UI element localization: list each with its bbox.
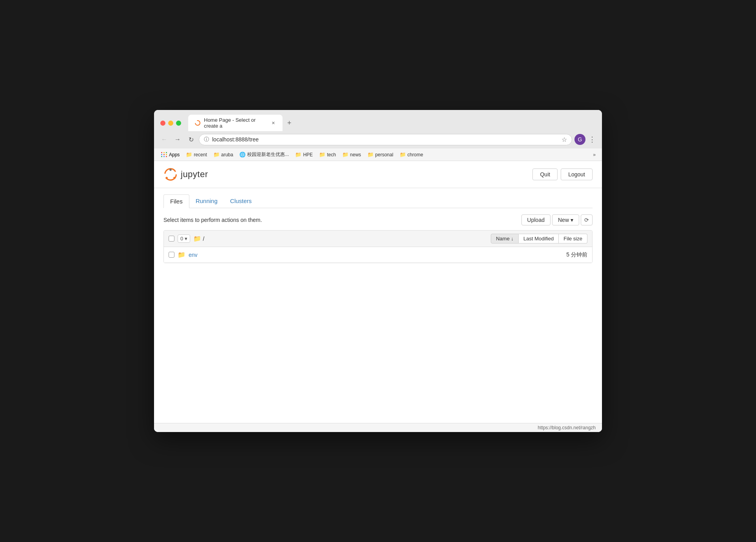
status-bar: https://blog.csdn.net/rangzh bbox=[154, 423, 602, 432]
bookmark-school[interactable]: 🌐 校园迎新老生优惠... bbox=[237, 150, 291, 159]
upload-button[interactable]: Upload bbox=[521, 214, 550, 225]
col-size-header[interactable]: File size bbox=[559, 234, 587, 244]
files-toolbar: Select items to perform actions on them.… bbox=[163, 214, 593, 225]
bookmark-label: tech bbox=[327, 152, 336, 157]
bookmark-chrome[interactable]: 📁 chrome bbox=[397, 150, 426, 159]
bookmark-label: recent bbox=[194, 152, 207, 157]
back-button[interactable]: ← bbox=[159, 134, 170, 145]
browser-window: Home Page - Select or create a ✕ + ← → ↻… bbox=[154, 110, 602, 432]
bookmark-personal[interactable]: 📁 personal bbox=[365, 150, 396, 159]
toolbar-actions: Upload New ▾ ⟳ bbox=[521, 214, 593, 225]
dropdown-arrow-icon: ▾ bbox=[185, 236, 187, 242]
bookmarks-more-button[interactable]: » bbox=[591, 151, 597, 159]
minimize-button[interactable] bbox=[168, 121, 173, 126]
tab-favicon bbox=[195, 120, 201, 126]
jupyter-logo: jupyter bbox=[163, 167, 208, 181]
title-bar-top: Home Page - Select or create a ✕ + bbox=[160, 115, 596, 131]
bookmark-hpe[interactable]: 📁 HPE bbox=[293, 150, 315, 159]
folder-icon: 📁 bbox=[295, 152, 301, 157]
path-folder-icon: 📁 bbox=[193, 235, 201, 242]
bookmark-label: news bbox=[350, 152, 361, 157]
folder-icon: 📁 bbox=[342, 152, 349, 157]
status-url: https://blog.csdn.net/rangzh bbox=[538, 425, 596, 430]
bookmarks-bar: Apps 📁 recent 📁 aruba 🌐 校园迎新老生优惠... 📁 HP… bbox=[154, 148, 602, 161]
svg-point-4 bbox=[165, 177, 167, 179]
file-row: 📁 env 5 分钟前 bbox=[164, 247, 592, 263]
address-input[interactable] bbox=[212, 136, 558, 143]
header-checkbox-container: 0 ▾ bbox=[169, 234, 190, 243]
select-info-text: Select items to perform actions on them. bbox=[163, 217, 262, 223]
active-tab[interactable]: Home Page - Select or create a ✕ bbox=[188, 115, 283, 131]
security-icon: ⓘ bbox=[204, 136, 209, 143]
bookmark-aruba[interactable]: 📁 aruba bbox=[211, 150, 236, 159]
new-dropdown-icon: ▾ bbox=[571, 217, 573, 223]
new-button[interactable]: New ▾ bbox=[552, 214, 579, 225]
forward-button[interactable]: → bbox=[172, 134, 183, 145]
address-bar[interactable]: ⓘ ☆ bbox=[199, 134, 572, 145]
tab-title: Home Page - Select or create a bbox=[204, 117, 268, 129]
bookmark-tech[interactable]: 📁 tech bbox=[317, 150, 338, 159]
path-slash: / bbox=[203, 236, 204, 242]
apps-label: Apps bbox=[169, 152, 180, 157]
bookmark-label: 校园迎新老生优惠... bbox=[247, 151, 289, 158]
header-buttons: Quit Logout bbox=[532, 168, 593, 180]
new-button-label: New bbox=[558, 217, 569, 223]
jupyter-brand-text: jupyter bbox=[181, 169, 208, 179]
item-count-display[interactable]: 0 ▾ bbox=[178, 234, 190, 243]
maximize-button[interactable] bbox=[176, 121, 181, 126]
item-count-value: 0 bbox=[180, 236, 183, 242]
bookmark-star-icon[interactable]: ☆ bbox=[561, 136, 567, 143]
file-name-link[interactable]: env bbox=[189, 252, 540, 258]
column-headers: Name ↓ Last Modified File size bbox=[491, 234, 587, 244]
file-folder-icon: 📁 bbox=[178, 251, 185, 258]
jupyter-logo-icon bbox=[163, 167, 178, 181]
folder-icon: 📁 bbox=[400, 152, 406, 157]
file-browser: 0 ▾ 📁 / Name ↓ Last Modified File size bbox=[163, 230, 593, 263]
jupyter-header: jupyter Quit Logout bbox=[154, 161, 602, 188]
bookmark-label: chrome bbox=[407, 152, 423, 157]
nav-bar: ← → ↻ ⓘ ☆ G ⋮ bbox=[154, 131, 602, 148]
refresh-icon: ⟳ bbox=[584, 217, 589, 223]
page-content: jupyter Quit Logout Files Running Cluste… bbox=[154, 161, 602, 432]
folder-icon: 📁 bbox=[319, 152, 325, 157]
user-avatar[interactable]: G bbox=[574, 134, 585, 145]
folder-icon: 📁 bbox=[367, 152, 374, 157]
tab-bar: Home Page - Select or create a ✕ + bbox=[188, 115, 295, 131]
new-tab-button[interactable]: + bbox=[284, 117, 295, 129]
breadcrumb-path: 📁 / bbox=[193, 235, 204, 242]
reload-button[interactable]: ↻ bbox=[185, 134, 196, 145]
nav-actions: G ⋮ bbox=[574, 134, 597, 145]
bookmark-news[interactable]: 📁 news bbox=[340, 150, 363, 159]
bookmark-label: aruba bbox=[221, 152, 233, 157]
quit-button[interactable]: Quit bbox=[532, 168, 558, 180]
main-area: Files Running Clusters Select items to p… bbox=[154, 188, 602, 423]
svg-point-3 bbox=[173, 177, 175, 179]
tab-close-button[interactable]: ✕ bbox=[271, 120, 276, 126]
bookmark-label: personal bbox=[375, 152, 393, 157]
bookmark-apps[interactable]: Apps bbox=[159, 151, 182, 159]
tab-running[interactable]: Running bbox=[189, 194, 224, 208]
folder-icon: 📁 bbox=[213, 152, 220, 157]
window-controls bbox=[160, 121, 181, 126]
apps-grid-icon bbox=[161, 152, 167, 157]
svg-point-0 bbox=[195, 121, 200, 125]
folder-icon: 📁 bbox=[186, 152, 192, 157]
main-tabs: Files Running Clusters bbox=[163, 194, 593, 208]
file-checkbox[interactable] bbox=[169, 252, 174, 258]
title-bar: Home Page - Select or create a ✕ + bbox=[154, 110, 602, 131]
select-all-checkbox[interactable] bbox=[169, 236, 174, 242]
file-modified-time: 5 分钟前 bbox=[540, 251, 587, 258]
svg-point-2 bbox=[169, 169, 171, 171]
tab-files[interactable]: Files bbox=[163, 194, 189, 208]
tab-clusters[interactable]: Clusters bbox=[224, 194, 258, 208]
refresh-button[interactable]: ⟳ bbox=[581, 214, 593, 225]
file-browser-header: 0 ▾ 📁 / Name ↓ Last Modified File size bbox=[164, 231, 592, 247]
close-button[interactable] bbox=[160, 121, 165, 126]
col-modified-header[interactable]: Last Modified bbox=[519, 234, 559, 244]
browser-menu-button[interactable]: ⋮ bbox=[587, 134, 597, 145]
logout-button[interactable]: Logout bbox=[561, 168, 593, 180]
bookmark-recent[interactable]: 📁 recent bbox=[183, 150, 209, 159]
col-name-header[interactable]: Name ↓ bbox=[491, 234, 519, 244]
bookmark-label: HPE bbox=[303, 152, 313, 157]
